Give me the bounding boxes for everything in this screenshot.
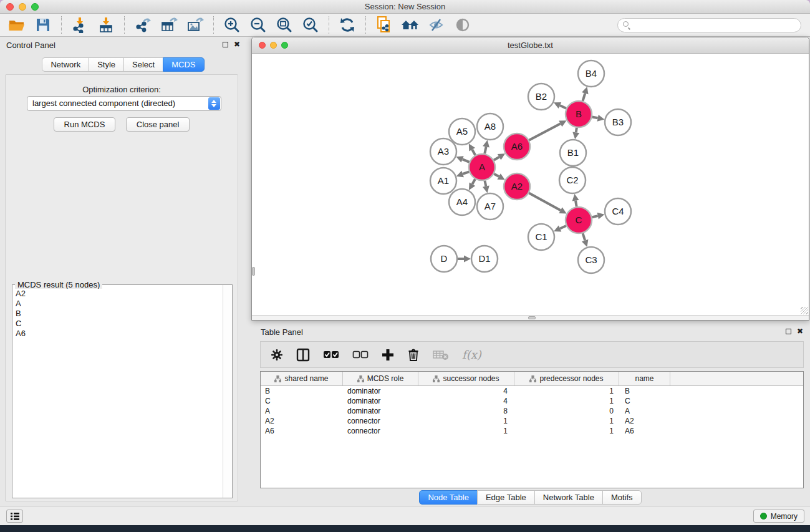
table-row[interactable]: Adominator80A [261, 406, 803, 416]
graph-node-B3[interactable]: B3 [605, 109, 631, 135]
graph-node-B1[interactable]: B1 [560, 140, 586, 166]
zoom-fit-button[interactable] [274, 16, 295, 34]
table-row[interactable]: Cdominator41C [261, 396, 803, 406]
graph-node-A2[interactable]: A2 [504, 173, 530, 200]
graph-node-A8[interactable]: A8 [477, 114, 503, 140]
export-image-button[interactable] [185, 16, 206, 34]
horizontal-scrollbar-thumb[interactable] [528, 316, 536, 319]
zoom-out-button[interactable] [248, 16, 269, 34]
graph-edge-C-C4[interactable] [592, 216, 597, 217]
list-item[interactable]: B [13, 309, 222, 319]
apply-layout-button[interactable] [337, 16, 358, 34]
graph-edge-A-A7[interactable] [485, 181, 486, 186]
vertical-scrollbar-thumb[interactable] [252, 267, 255, 276]
list-item[interactable]: A6 [13, 329, 222, 339]
float-panel-button[interactable] [223, 42, 228, 47]
graph-edge-A-A1[interactable] [463, 172, 469, 174]
zoom-in-button[interactable] [221, 16, 243, 34]
resize-grip[interactable] [801, 307, 808, 314]
tab-style[interactable]: Style [89, 57, 124, 72]
list-item[interactable]: A2 [13, 289, 222, 299]
graph-edge-A-A4[interactable] [472, 179, 475, 184]
minimize-window-button[interactable] [19, 3, 26, 11]
table-row[interactable]: A2connector11A2 [261, 416, 803, 426]
graph-edge-C-C1[interactable] [560, 226, 566, 228]
column-header-mcds-role[interactable]: MCDS role [343, 372, 418, 385]
graph-node-A7[interactable]: A7 [477, 193, 503, 220]
tab-select[interactable]: Select [123, 57, 163, 72]
graph-node-B[interactable]: B [566, 101, 592, 127]
graph-node-A1[interactable]: A1 [430, 168, 456, 194]
import-network-button[interactable] [69, 16, 90, 34]
graph-edge-B-B4[interactable] [582, 94, 585, 101]
memory-button[interactable]: Memory [753, 510, 804, 523]
delete-table-button-disabled[interactable] [433, 349, 449, 360]
graph-edge-B-B1[interactable] [576, 128, 577, 133]
graph-node-C[interactable]: C [566, 207, 592, 233]
graph-node-A[interactable]: A [469, 154, 495, 180]
table-row[interactable]: Bdominator41B [261, 386, 803, 396]
graph-node-B2[interactable]: B2 [528, 84, 554, 110]
result-list-scrollbar[interactable] [223, 285, 232, 498]
graph-edge-C-C2[interactable] [576, 201, 577, 207]
delete-column-button[interactable] [407, 348, 420, 362]
graph-edge-B-B2[interactable] [560, 105, 566, 109]
graph-edge-A-A2[interactable] [494, 174, 499, 177]
zoom-selected-button[interactable] [300, 16, 321, 34]
close-panel-button[interactable]: ✖ [234, 41, 240, 47]
graph-edge-A2-C[interactable] [529, 193, 561, 211]
tab-network[interactable]: Network [42, 57, 89, 72]
graph-node-D1[interactable]: D1 [471, 246, 498, 272]
column-header-shared-name[interactable]: shared name [261, 372, 343, 385]
tab-node-table[interactable]: Node Table [419, 490, 478, 505]
function-builder-button-disabled[interactable]: f(x) [462, 348, 481, 361]
horizontal-scrollbar[interactable] [252, 315, 809, 320]
save-session-button[interactable] [32, 16, 54, 34]
network-window-titlebar[interactable]: testGlobe.txt [252, 37, 809, 54]
unselect-all-columns-button[interactable] [352, 351, 369, 359]
graph-edge-A-A6[interactable] [494, 157, 499, 160]
graph-edge-A-A3[interactable] [463, 159, 470, 162]
float-table-panel-button[interactable] [786, 329, 791, 334]
export-table-button[interactable] [158, 16, 180, 34]
graph-node-A6[interactable]: A6 [504, 133, 530, 160]
list-item[interactable]: A [13, 299, 222, 309]
criterion-dropdown[interactable]: largest connected component (directed) [27, 96, 221, 111]
graph-edge-A-A5[interactable] [472, 150, 475, 155]
export-network-button[interactable] [132, 16, 153, 34]
zoom-network-button[interactable] [281, 42, 288, 49]
show-all-button[interactable] [452, 16, 473, 34]
select-all-columns-button[interactable] [323, 351, 339, 359]
import-table-button[interactable] [95, 16, 117, 34]
hide-selected-button[interactable] [426, 16, 447, 34]
close-window-button[interactable] [6, 3, 14, 11]
tab-motifs[interactable]: Motifs [602, 490, 642, 505]
graph-node-A4[interactable]: A4 [449, 189, 475, 215]
column-header-successor-nodes[interactable]: successor nodes [418, 372, 514, 385]
run-mcds-button[interactable]: Run MCDS [54, 117, 116, 132]
table-row[interactable]: A6connector11A6 [261, 426, 803, 436]
graph-node-C4[interactable]: C4 [605, 198, 631, 225]
graph-node-C3[interactable]: C3 [578, 247, 604, 273]
graph-edge-A6-B[interactable] [529, 123, 560, 140]
network-canvas[interactable]: B4B2BB3A8A5A6A3B1AA1C2A2A4A7C4CC1DD1C3 [252, 54, 809, 315]
search-input[interactable] [617, 18, 801, 32]
close-table-panel-button[interactable]: ✖ [797, 328, 803, 334]
tab-mcds[interactable]: MCDS [163, 57, 204, 72]
graph-edge-A-A8[interactable] [485, 147, 486, 153]
list-item[interactable]: C [13, 319, 222, 329]
tab-network-table[interactable]: Network Table [534, 490, 603, 505]
new-network-from-selection-button[interactable] [374, 16, 395, 34]
graph-node-C2[interactable]: C2 [559, 167, 586, 193]
open-session-button[interactable] [6, 16, 27, 34]
close-panel-button-mcds[interactable]: Close panel [126, 117, 190, 132]
show-columns-button[interactable] [296, 348, 310, 362]
column-header-name[interactable]: name [619, 372, 670, 385]
tab-edge-table[interactable]: Edge Table [477, 490, 535, 505]
column-header-predecessor-nodes[interactable]: predecessor nodes [514, 372, 619, 385]
graph-node-B4[interactable]: B4 [578, 60, 604, 87]
graph-edge-B-B3[interactable] [592, 117, 598, 118]
graph-node-A5[interactable]: A5 [449, 118, 475, 145]
graph-node-D[interactable]: D [431, 246, 457, 272]
graph-edge-C-C3[interactable] [583, 233, 586, 241]
